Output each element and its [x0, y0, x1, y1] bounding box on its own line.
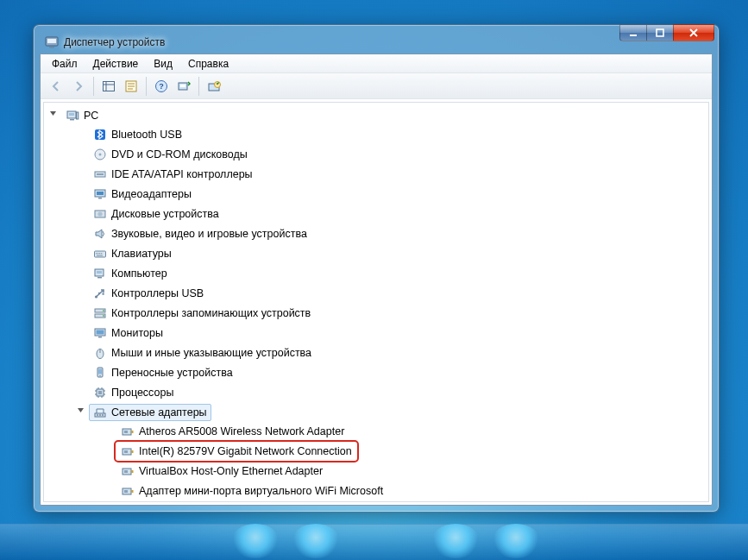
- tree-item[interactable]: Процессоры: [89, 384, 178, 401]
- tree-item[interactable]: Atheros AR5008 Wireless Network Adapter: [116, 423, 349, 440]
- device-tree[interactable]: PCBluetooth USBDVD и CD-ROM дисководыIDE…: [43, 102, 709, 502]
- tree-item-label: Мыши и иные указывающие устройства: [111, 347, 311, 359]
- svg-rect-32: [95, 251, 106, 257]
- cpu-icon: [93, 386, 107, 400]
- close-button[interactable]: [673, 24, 714, 41]
- titlebar[interactable]: Диспетчер устройств: [40, 31, 713, 53]
- tree-item[interactable]: Компьютер: [89, 265, 172, 282]
- tree-item-label: IDE ATA/ATAPI контроллеры: [111, 168, 253, 180]
- tree-item[interactable]: IDE ATA/ATAPI контроллеры: [89, 166, 257, 183]
- expand-icon: [104, 464, 114, 474]
- expand-icon: [77, 148, 86, 157]
- tree-item[interactable]: Сетевые адаптеры: [89, 404, 211, 421]
- svg-rect-2: [49, 47, 54, 48]
- tree-item-label: Контроллеры запоминающих устройств: [111, 307, 311, 319]
- minimize-button[interactable]: [619, 24, 647, 41]
- svg-text:?: ?: [159, 82, 164, 91]
- tree-item[interactable]: Дисковые устройства: [89, 205, 223, 223]
- expand-icon: [77, 286, 86, 296]
- tree-item[interactable]: Мониторы: [89, 324, 167, 342]
- sound-icon: [93, 227, 107, 241]
- window-title: Диспетчер устройств: [64, 36, 165, 48]
- svg-rect-28: [97, 192, 104, 195]
- tree-item[interactable]: Переносные устройства: [89, 364, 237, 381]
- tree-item[interactable]: Видеоадаптеры: [89, 186, 196, 203]
- expand-icon: [77, 386, 86, 395]
- menu-action[interactable]: Действие: [85, 56, 147, 72]
- expand-icon: [104, 444, 114, 454]
- menubar: Файл Действие Вид Справка: [41, 54, 712, 73]
- toolbar-separator: [198, 77, 199, 96]
- collapse-icon[interactable]: [49, 109, 59, 118]
- expand-icon: [77, 227, 86, 236]
- tree-root[interactable]: PC: [61, 107, 103, 124]
- maximize-button[interactable]: [646, 24, 674, 41]
- svg-rect-3: [630, 35, 637, 36]
- svg-rect-26: [97, 173, 104, 175]
- svg-rect-72: [124, 431, 128, 433]
- app-icon: [45, 35, 59, 49]
- pc-icon: [66, 109, 79, 123]
- tree-item[interactable]: Мыши и иные указывающие устройства: [89, 344, 316, 362]
- svg-rect-33: [96, 253, 97, 254]
- tree-item[interactable]: Контроллеры USB: [89, 285, 208, 302]
- disk-icon: [93, 207, 107, 221]
- tree-item[interactable]: VirtualBox Host-Only Ethernet Adapter: [116, 462, 327, 480]
- monitor-icon: [93, 326, 107, 340]
- tree-item-label: DVD и CD-ROM дисководы: [111, 148, 248, 160]
- svg-rect-67: [97, 414, 98, 415]
- tree-item-label: Клавиатуры: [111, 248, 172, 260]
- expand-icon: [77, 366, 86, 375]
- netadapter-icon: [121, 484, 135, 498]
- tree-item-label: Адаптер мини-порта виртуального WiFi Mic…: [139, 485, 383, 497]
- expand-icon: [77, 187, 86, 197]
- show-hidden-button[interactable]: [98, 76, 119, 97]
- taskbar[interactable]: [0, 524, 748, 560]
- expand-icon: [77, 207, 86, 217]
- svg-rect-15: [180, 85, 185, 87]
- menu-help[interactable]: Справка: [180, 56, 236, 72]
- expand-icon: [77, 346, 86, 356]
- tree-item-label: Сетевые адаптеры: [111, 406, 207, 418]
- svg-rect-39: [97, 271, 102, 274]
- menu-file[interactable]: Файл: [44, 56, 85, 72]
- tree-root-label: PC: [84, 110, 98, 122]
- scan-button[interactable]: [173, 76, 194, 97]
- expand-icon: [77, 267, 86, 276]
- tree-item[interactable]: DVD и CD-ROM дисководы: [89, 146, 252, 163]
- window-client-area: Файл Действие Вид Справка ? PCBluetooth …: [40, 53, 713, 506]
- svg-rect-34: [97, 253, 98, 254]
- svg-point-31: [97, 211, 102, 216]
- svg-rect-4: [657, 29, 663, 36]
- expand-icon: [104, 425, 114, 434]
- help-button[interactable]: ?: [151, 76, 172, 97]
- svg-rect-35: [99, 253, 100, 254]
- svg-rect-68: [99, 414, 101, 415]
- tree-item[interactable]: Адаптер мини-порта виртуального WiFi Mic…: [116, 482, 387, 500]
- tree-item-label: Компьютер: [111, 267, 167, 280]
- bluetooth-icon: [93, 128, 107, 142]
- tree-item[interactable]: Контроллеры запоминающих устройств: [89, 305, 315, 322]
- svg-point-55: [99, 375, 101, 377]
- tree-item-label: Видеоадаптеры: [111, 188, 192, 200]
- collapse-icon[interactable]: [77, 406, 86, 415]
- properties-button[interactable]: [121, 76, 141, 97]
- svg-rect-37: [97, 255, 103, 256]
- svg-rect-49: [97, 330, 104, 335]
- tree-item-label: Переносные устройства: [111, 367, 233, 379]
- menu-view[interactable]: Вид: [146, 56, 180, 72]
- tree-item[interactable]: Звуковые, видео и игровые устройства: [89, 225, 311, 242]
- tree-item[interactable]: Intel(R) 82579V Gigabit Network Connecti…: [116, 443, 356, 460]
- tree-item-label: Bluetooth USB: [111, 129, 182, 141]
- tree-item[interactable]: Клавиатуры: [89, 245, 176, 262]
- tree-item-label: Контроллеры USB: [111, 287, 204, 299]
- computer-icon: [93, 267, 107, 280]
- svg-rect-1: [47, 39, 56, 43]
- network-icon: [93, 406, 107, 419]
- tree-item-label: Процессоры: [111, 387, 173, 399]
- update-driver-button[interactable]: [204, 76, 224, 97]
- tree-item[interactable]: Bluetooth USB: [89, 126, 186, 143]
- tree-item-label: Дисковые устройства: [111, 208, 219, 220]
- ide-icon: [93, 167, 107, 181]
- device-manager-window: Диспетчер устройств Файл Действие Вид Сп…: [33, 24, 720, 513]
